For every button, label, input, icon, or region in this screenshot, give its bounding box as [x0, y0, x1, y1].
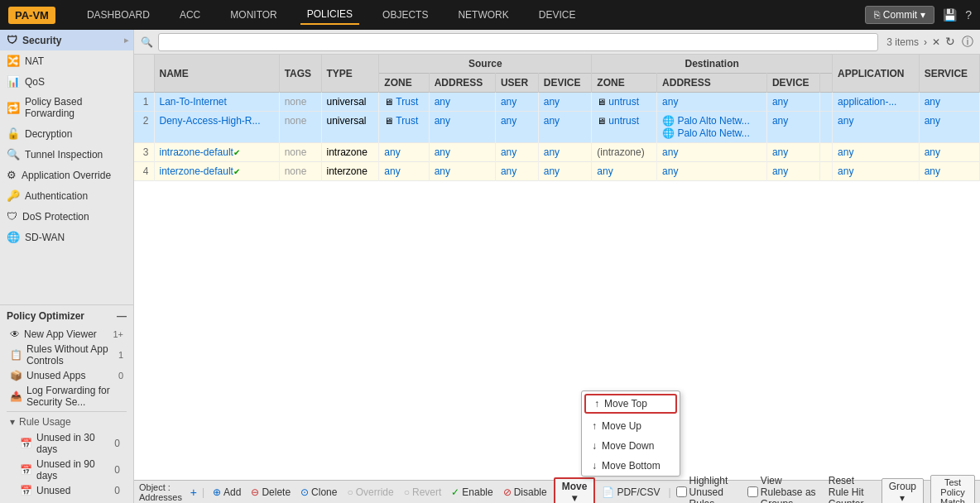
col-header-action[interactable] — [820, 74, 833, 93]
rule-src-address[interactable]: any — [429, 143, 495, 162]
rule-dst-device[interactable]: any — [766, 93, 820, 112]
save-icon[interactable]: 💾 — [943, 8, 957, 22]
rule-dst-address[interactable]: any — [657, 93, 767, 112]
rule-dst-address[interactable]: any — [657, 162, 767, 181]
info-icon[interactable]: ⓘ — [962, 35, 973, 50]
reset-hit-counter-button[interactable]: Reset Rule Hit Counter — [825, 474, 875, 504]
view-rulebase-label[interactable]: View Rulebase as Groups — [747, 475, 822, 504]
nav-dashboard[interactable]: DASHBOARD — [80, 6, 156, 24]
sidebar-item-qos[interactable]: 📊 QoS — [0, 71, 133, 92]
table-row[interactable]: 4 interzone-default✔ none interzone any … — [134, 162, 980, 181]
rule-application[interactable]: application-... — [833, 93, 920, 112]
refresh-icon[interactable]: ↻ — [945, 35, 955, 50]
col-header-user[interactable]: USER — [495, 74, 538, 93]
rule-src-address[interactable]: any — [429, 162, 495, 181]
search-input[interactable] — [158, 33, 878, 51]
group-button[interactable]: Group ▾ — [882, 478, 924, 504]
commit-button[interactable]: ⎘ Commit ▾ — [865, 6, 934, 24]
sidebar-item-sdwan[interactable]: 🌐 SD-WAN — [0, 227, 133, 247]
view-rulebase-checkbox[interactable] — [747, 486, 758, 497]
sidebar-item-decryption[interactable]: 🔓 Decryption — [0, 123, 133, 144]
enable-button[interactable]: ✓ Enable — [448, 486, 496, 499]
rule-application[interactable]: any — [833, 143, 920, 162]
nav-acc[interactable]: ACC — [173, 6, 207, 24]
rule-src-zone[interactable]: 🖥Trust — [379, 93, 429, 112]
test-policy-match-button[interactable]: Test Policy Match — [930, 475, 975, 504]
col-header-src-address[interactable]: ADDRESS — [429, 74, 495, 93]
sidebar-item-pbf[interactable]: 🔁 Policy Based Forwarding — [0, 92, 133, 123]
rule-user[interactable]: any — [495, 93, 538, 112]
nav-device[interactable]: DEVICE — [532, 6, 583, 24]
rule-application[interactable]: any — [833, 112, 920, 143]
col-header-dst-zone[interactable]: ZONE — [592, 74, 657, 93]
rule-dst-zone[interactable]: any — [592, 162, 657, 181]
rule-user[interactable]: any — [495, 162, 538, 181]
clone-button[interactable]: ⊙ Clone — [297, 486, 340, 499]
rule-src-device[interactable]: any — [538, 93, 592, 112]
rule-src-address[interactable]: any — [429, 93, 495, 112]
col-header-name[interactable]: NAME — [154, 55, 279, 93]
rule-src-device[interactable]: any — [538, 143, 592, 162]
close-search-icon[interactable]: ✕ — [932, 36, 940, 48]
rule-src-zone[interactable]: 🖥Trust — [379, 112, 429, 143]
rule-dst-device[interactable]: any — [766, 112, 820, 143]
po-sub-unused[interactable]: 📅 Unused 0 — [7, 483, 127, 498]
nav-objects[interactable]: OBJECTS — [376, 6, 435, 24]
po-item-unused-apps[interactable]: 📦 Unused Apps 0 — [7, 368, 127, 383]
nav-network[interactable]: NETWORK — [451, 6, 515, 24]
col-header-src-zone[interactable]: ZONE — [379, 74, 429, 93]
col-header-dst-device[interactable]: DEVICE — [766, 74, 820, 93]
sidebar-item-nat[interactable]: 🔀 NAT — [0, 50, 133, 71]
rule-name[interactable]: Deny-Access-High-R... — [154, 112, 279, 143]
nav-policies[interactable]: POLICIES — [300, 5, 359, 25]
po-sub-unused-90[interactable]: 📅 Unused in 90 days 0 — [7, 457, 127, 483]
rule-dst-address[interactable]: any — [657, 143, 767, 162]
rule-application[interactable]: any — [833, 162, 920, 181]
revert-button[interactable]: ○ Revert — [401, 486, 445, 499]
rule-service[interactable]: any — [919, 93, 979, 112]
col-header-dst-address[interactable]: ADDRESS — [657, 74, 767, 93]
table-row[interactable]: 3 intrazone-default✔ none intrazone any … — [134, 143, 980, 162]
col-header-src-device[interactable]: DEVICE — [538, 74, 592, 93]
po-item-rules-without-app[interactable]: 📋 Rules Without App Controls 1 — [7, 342, 127, 368]
move-up-item[interactable]: ↑ Move Up — [582, 416, 680, 436]
add-button[interactable]: ⊕ Add — [209, 486, 244, 499]
sidebar-item-dos[interactable]: 🛡 DoS Protection — [0, 206, 133, 227]
add-object-icon[interactable]: + — [190, 486, 197, 499]
rule-service[interactable]: any — [919, 143, 979, 162]
rule-dst-device[interactable]: any — [766, 143, 820, 162]
highlight-unused-label[interactable]: Highlight Unused Rules — [676, 475, 744, 504]
move-top-item[interactable]: ↑ Move Top — [584, 394, 677, 414]
col-header-service[interactable]: SERVICE — [919, 55, 979, 93]
rule-src-zone[interactable]: any — [379, 143, 429, 162]
rule-name[interactable]: Lan-To-Internet — [154, 93, 279, 112]
rule-src-device[interactable]: any — [538, 112, 592, 143]
rule-service[interactable]: any — [919, 162, 979, 181]
delete-button[interactable]: ⊖ Delete — [247, 486, 294, 499]
rule-dst-zone[interactable]: 🖥untrust — [592, 112, 657, 143]
disable-button[interactable]: ⊘ Disable — [500, 486, 550, 499]
pdf-csv-button[interactable]: 📄 PDF/CSV — [598, 486, 663, 499]
col-header-tags[interactable]: TAGS — [279, 55, 321, 93]
rule-service[interactable]: any — [919, 112, 979, 143]
override-button[interactable]: ○ Override — [343, 486, 396, 499]
rule-name[interactable]: intrazone-default✔ — [154, 143, 279, 162]
po-item-log-forwarding[interactable]: 📤 Log Forwarding for Security Se... — [7, 383, 127, 410]
sidebar-item-authentication[interactable]: 🔑 Authentication — [0, 185, 133, 206]
highlight-unused-checkbox[interactable] — [676, 486, 687, 497]
col-header-application[interactable]: APPLICATION — [833, 55, 920, 93]
help-icon[interactable]: ? — [965, 8, 972, 22]
rule-src-device[interactable]: any — [538, 162, 592, 181]
nav-monitor[interactable]: MONITOR — [223, 6, 283, 24]
table-row[interactable]: 2 Deny-Access-High-R... none universal 🖥… — [134, 112, 980, 143]
sidebar-item-app-override[interactable]: ⚙ Application Override — [0, 165, 133, 185]
move-down-item[interactable]: ↓ Move Down — [582, 436, 680, 456]
col-header-type[interactable]: TYPE — [321, 55, 379, 93]
table-row[interactable]: 1 Lan-To-Internet none universal 🖥Trust … — [134, 93, 980, 112]
next-icon[interactable]: › — [924, 36, 927, 48]
move-button[interactable]: Move ▾ — [554, 477, 596, 504]
po-sub-unused-30[interactable]: 📅 Unused in 30 days 0 — [7, 430, 127, 457]
rule-name[interactable]: interzone-default✔ — [154, 162, 279, 181]
rule-src-address[interactable]: any — [429, 112, 495, 143]
minimize-icon[interactable]: — — [117, 310, 127, 322]
